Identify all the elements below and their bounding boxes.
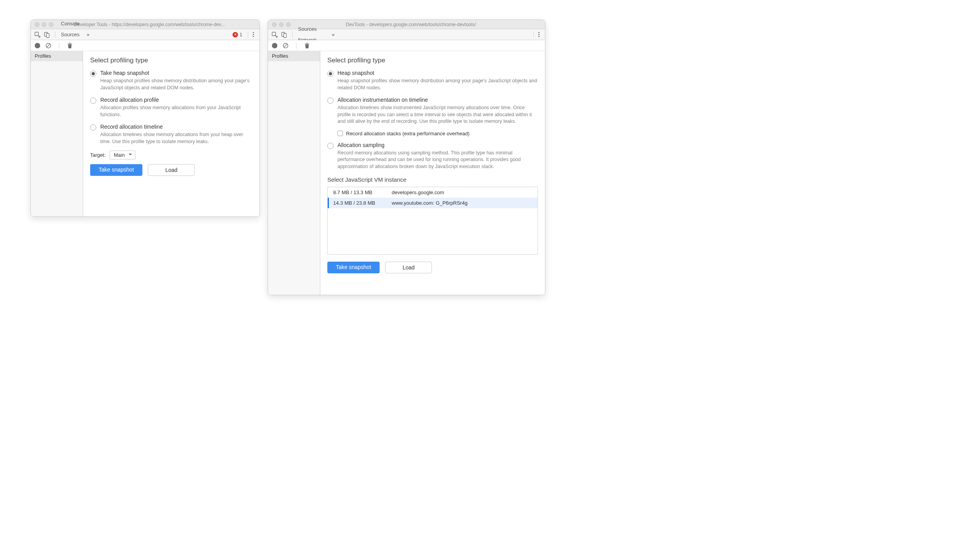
separator — [59, 43, 59, 49]
option-title: Take heap snapshot — [100, 70, 252, 76]
profiling-option[interactable]: Allocation instrumentation on timelineAl… — [327, 97, 538, 125]
panel-tabs: ElementsConsoleSourcesNetworkMemory » × … — [31, 29, 259, 40]
more-menu-icon[interactable] — [250, 32, 256, 37]
vm-name: www.youtube.com: G_P6rpRSr4g — [392, 200, 532, 206]
svg-rect-2 — [46, 34, 49, 37]
separator — [292, 32, 293, 38]
checkbox-icon[interactable] — [337, 131, 343, 136]
vm-instance-table: 8.7 MB / 13.3 MBdevelopers.google.com14.… — [327, 187, 538, 255]
window-controls[interactable] — [35, 22, 53, 27]
vm-size: 8.7 MB / 13.3 MB — [333, 189, 392, 195]
separator — [296, 43, 296, 49]
heading-vm-instance: Select JavaScript VM instance — [327, 176, 538, 183]
option-title: Allocation sampling — [337, 142, 538, 148]
inspect-icon[interactable] — [34, 31, 41, 38]
sidebar-header-profiles[interactable]: Profiles — [268, 51, 320, 61]
target-select-value: Main — [114, 152, 125, 158]
vm-size: 14.3 MB / 23.8 MB — [333, 200, 392, 206]
sidebar-header-profiles[interactable]: Profiles — [31, 51, 83, 61]
load-button[interactable]: Load — [148, 164, 195, 176]
option-desc: Allocation timelines show memory allocat… — [100, 131, 252, 145]
checkbox-label: Record allocation stacks (extra performa… — [346, 131, 469, 136]
close-icon[interactable] — [272, 22, 277, 27]
vm-empty-space — [328, 208, 538, 254]
take-snapshot-button[interactable]: Take snapshot — [90, 164, 142, 176]
record-icon[interactable] — [35, 43, 40, 48]
option-desc: Heap snapshot profiles show memory distr… — [337, 78, 538, 91]
tab-sources[interactable]: Sources — [58, 29, 85, 40]
vm-name: developers.google.com — [392, 189, 532, 195]
more-menu-icon[interactable] — [536, 32, 542, 37]
tab-console[interactable]: Console — [295, 19, 330, 24]
clear-icon[interactable] — [45, 42, 52, 49]
option-desc: Record memory allocations using sampling… — [337, 150, 538, 170]
separator — [248, 32, 248, 38]
svg-rect-6 — [284, 34, 286, 37]
radio-icon[interactable] — [327, 97, 334, 104]
vm-instance-row[interactable]: 14.3 MB / 23.8 MBwww.youtube.com: G_P6rp… — [328, 198, 538, 208]
window-title: DevTools - developers.google.com/web/too… — [295, 22, 541, 27]
memory-toolbar — [31, 40, 259, 51]
option-title: Heap snapshot — [337, 70, 538, 76]
option-title: Record allocation timeline — [100, 124, 252, 130]
heading-select-profiling: Select profiling type — [90, 57, 252, 64]
window-title: Developer Tools - https://developers.goo… — [58, 22, 256, 27]
minimize-icon[interactable] — [279, 22, 284, 27]
separator — [55, 32, 55, 38]
radio-icon[interactable] — [327, 143, 334, 149]
device-toggle-icon[interactable] — [281, 31, 288, 38]
target-select[interactable]: Main — [110, 151, 135, 159]
record-allocation-stacks-checkbox[interactable]: Record allocation stacks (extra performa… — [337, 131, 538, 136]
radio-icon[interactable] — [90, 124, 96, 131]
option-title: Allocation instrumentation on timeline — [337, 97, 538, 103]
sidebar: Profiles — [31, 51, 83, 216]
take-snapshot-button[interactable]: Take snapshot — [327, 262, 380, 273]
clear-icon[interactable] — [282, 42, 289, 49]
target-label: Target: — [90, 152, 106, 158]
chevron-right-icon[interactable]: » — [87, 32, 89, 37]
profiling-option[interactable]: Heap snapshotHeap snapshot profiles show… — [327, 70, 538, 91]
window-controls[interactable] — [272, 22, 291, 27]
close-icon[interactable] — [35, 22, 39, 27]
profiling-option[interactable]: Take heap snapshotHeap snapshot profiles… — [90, 70, 252, 91]
inspect-icon[interactable] — [271, 31, 278, 38]
radio-icon[interactable] — [90, 71, 96, 77]
memory-toolbar — [268, 40, 545, 51]
devtools-window-right: DevTools - developers.google.com/web/too… — [268, 19, 545, 295]
profiling-option[interactable]: Record allocation timelineAllocation tim… — [90, 124, 252, 145]
devtools-window-left: Developer Tools - https://developers.goo… — [30, 19, 260, 217]
heading-select-profiling: Select profiling type — [327, 57, 538, 64]
trash-icon[interactable] — [304, 42, 311, 49]
option-desc: Allocation timelines show instrumented J… — [337, 104, 538, 125]
load-button[interactable]: Load — [385, 262, 432, 273]
error-badge-icon: × — [233, 32, 238, 37]
device-toggle-icon[interactable] — [43, 31, 50, 38]
sidebar: Profiles — [268, 51, 320, 295]
radio-icon[interactable] — [90, 97, 96, 104]
radio-icon[interactable] — [327, 71, 334, 77]
main-pane: Select profiling type Take heap snapshot… — [83, 51, 259, 216]
zoom-icon[interactable] — [286, 22, 291, 27]
option-title: Record allocation profile — [100, 97, 252, 103]
profiling-option[interactable]: Allocation samplingRecord memory allocat… — [327, 142, 538, 170]
option-desc: Allocation profiles show memory allocati… — [100, 104, 252, 118]
panel-tabs: ElementsConsoleSourcesNetworkPerformance… — [268, 29, 545, 40]
separator — [533, 32, 534, 38]
vm-instance-row[interactable]: 8.7 MB / 13.3 MBdevelopers.google.com — [328, 187, 538, 198]
trash-icon[interactable] — [66, 42, 73, 49]
tab-sources[interactable]: Sources — [295, 24, 330, 35]
zoom-icon[interactable] — [49, 22, 53, 27]
minimize-icon[interactable] — [42, 22, 46, 27]
record-icon[interactable] — [272, 43, 277, 48]
option-desc: Heap snapshot profiles show memory distr… — [100, 78, 252, 91]
tab-console[interactable]: Console — [58, 19, 85, 29]
error-count[interactable]: × 1 — [233, 32, 242, 37]
error-count-value: 1 — [240, 32, 242, 37]
profiling-option[interactable]: Record allocation profileAllocation prof… — [90, 97, 252, 118]
chevron-right-icon[interactable]: » — [332, 32, 334, 37]
caret-down-icon — [129, 154, 132, 157]
main-pane: Select profiling type Heap snapshotHeap … — [320, 51, 545, 295]
